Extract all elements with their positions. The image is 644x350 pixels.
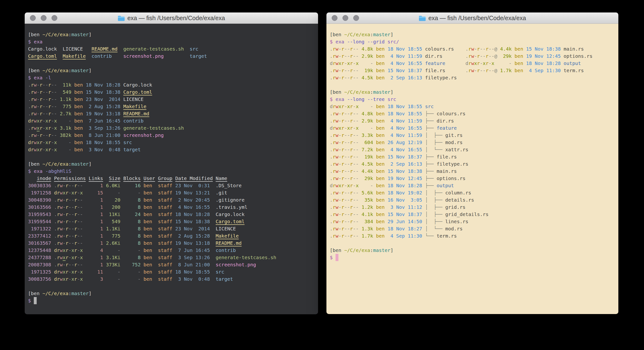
terminal-line (330, 240, 616, 247)
terminal-line: .rw-r--r-- 11k ben 18 Nov 18:28 Cargo.lo… (28, 81, 316, 88)
terminal-line: Cargo.toml Makefile contrib screenshot.p… (28, 52, 316, 60)
zoom-button[interactable] (353, 15, 359, 21)
terminal-line: 30048390 .rw-r--r-- 1 20 8 ben staff 2 N… (28, 196, 316, 204)
terminal-line: .rw-r--r-- 382k ben 8 Jun 21:00 screensh… (28, 132, 316, 139)
terminal-line: .rw-r--r-- 2.9k ben 4 Nov 11:59 ├── dir.… (330, 117, 616, 124)
folder-icon (118, 15, 125, 21)
terminal-cursor (34, 297, 37, 304)
terminal-line: [ben ~/C/e/exa:master] (330, 88, 616, 96)
folder-icon (419, 15, 426, 21)
terminal-content-light[interactable]: [ben ~/C/e/exa:master]$ exa --long --gri… (326, 24, 618, 314)
terminal-line: .rw-r--r-- 35k ben 16 Nov 3:05 │ ├── det… (330, 196, 616, 204)
terminal-line (330, 81, 616, 88)
terminal-line: 23377412 .rw-r--r-- 1 775 8 ben staff 2 … (28, 232, 316, 240)
terminal-content-dark[interactable]: [ben ~/C/e/exa:master]$ exaCargo.lock LI… (25, 24, 318, 314)
terminal-line: [ben ~/C/e/exa:master] (28, 290, 316, 297)
terminal-window-light: exa — fish /Users/ben/Code/exa/exa [ben … (326, 12, 618, 314)
terminal-line: 30163567 .rw-r--r-- 1 2.6Ki 8 ben staff … (28, 240, 316, 247)
terminal-line: 30030336 .rw-r--r-- 1 6.0Ki 16 ben staff… (28, 182, 316, 189)
terminal-line: .rw-r--r-- 4.1k ben 15 Nov 18:37 │ ├── g… (330, 211, 616, 218)
terminal-line: .rw-r--r-- 29k ben 19 Nov 12:45 ├── opti… (330, 175, 616, 182)
terminal-cursor (336, 254, 338, 261)
terminal-line: .rw-r--r-- 4.4k ben 15 Nov 18:38 ├── mai… (330, 168, 616, 175)
terminal-line: drwxr-xr-x - ben 4 Nov 16:55 feature drw… (330, 60, 616, 67)
terminal-line: .rw-r--r-- 604 ben 26 Aug 12:19 │ ├── mo… (330, 139, 616, 146)
terminal-line: 12375448 drwxr-xr-x 4 - - ben staff 7 Ju… (28, 247, 316, 254)
terminal-line: drwxr-xr-x - ben 3 Nov 0:48 target (28, 146, 316, 153)
zoom-button[interactable] (52, 15, 57, 21)
terminal-line: .rw-r--r-- 7.2k ben 4 Nov 16:55 │ └── xa… (330, 146, 616, 153)
window-title-area: exa — fish /Users/ben/Code/exa/exa (419, 14, 526, 22)
terminal-line: .rw-r--r-- 3.3k ben 4 Nov 11:59 │ ├── gi… (330, 132, 616, 139)
terminal-window-dark: exa — fish /Users/ben/Code/exa/exa [ben … (25, 12, 318, 314)
terminal-line: 1971258 drwxr-xr-x 15 - - ben staff 19 N… (28, 189, 316, 196)
terminal-line: $ exa --long --tree src (330, 96, 616, 103)
traffic-lights (30, 12, 57, 24)
titlebar-light[interactable]: exa — fish /Users/ben/Code/exa/exa (326, 12, 618, 24)
minimize-button[interactable] (41, 15, 46, 21)
terminal-line: 24377288 .rwxr-xr-x 1 3.1Ki 8 ben staff … (28, 254, 316, 261)
terminal-line: drwxr-xr-x - ben 18 Nov 18:55 src (330, 103, 616, 110)
terminal-line: .rw-r--r-- 549 ben 15 Nov 18:38 Cargo.to… (28, 88, 316, 96)
terminal-line: [ben ~/C/e/exa:master] (330, 247, 616, 254)
terminal-line: .rw-r--r-- 4.5k ben 2 Sep 16:13 ├── file… (330, 160, 616, 168)
terminal-line: [ben ~/C/e/exa:master] (28, 160, 316, 168)
terminal-line (28, 153, 316, 160)
terminal-line: drwxr-xr-x - ben 18 Nov 18:55 src (28, 139, 316, 146)
terminal-line: $ exa --long --grid src/ (330, 38, 616, 45)
titlebar-dark[interactable]: exa — fish /Users/ben/Code/exa/exa (25, 12, 318, 24)
terminal-line: drwxr-xr-x - ben 4 Nov 16:55 ├── feature (330, 124, 616, 132)
terminal-line: 30163566 .rw-r--r-- 1 200 8 ben staff 4 … (28, 204, 316, 211)
terminal-line: .rw-r--r-- 4.5k ben 2 Sep 16:13 filetype… (330, 74, 616, 81)
close-button[interactable] (332, 15, 338, 21)
traffic-lights (332, 12, 359, 24)
terminal-line (28, 60, 316, 67)
terminal-line: .rw-r--r-- 19k ben 15 Nov 18:37 file.rs … (330, 67, 616, 74)
terminal-line: $ (28, 297, 316, 304)
terminal-line: .rw-r--r-- 2.9k ben 4 Nov 11:59 dir.rs .… (330, 52, 616, 60)
terminal-line: $ exa (28, 38, 316, 45)
terminal-line: drwxr-xr-x - ben 7 Jun 16:45 contrib (28, 117, 316, 124)
terminal-line: .rw-r--r-- 4.8k ben 18 Nov 18:55 ├── col… (330, 110, 616, 117)
terminal-line: $ exa -l (28, 74, 316, 81)
terminal-line: .rw-r--r-- 4.8k ben 18 Nov 18:55 colours… (330, 45, 616, 52)
terminal-line: .rw-r--r-- 384 ben 29 Jun 14:50 │ ├── li… (330, 218, 616, 225)
terminal-line: 1971322 .rw-r--r-- 1 1.1Ki 8 ben staff 2… (28, 225, 316, 232)
terminal-line (28, 283, 316, 290)
terminal-line: $ exa -abghHliS (28, 168, 316, 175)
terminal-line: .rw-r--r-- 5.6k ben 18 Nov 19:02 │ ├── c… (330, 189, 616, 196)
window-title: exa — fish /Users/ben/Code/exa/exa (127, 14, 225, 22)
terminal-line: .rw-r--r-- 1.1k ben 23 Nov 2014 LICENCE (28, 96, 316, 103)
terminal-line: Cargo.lock LICENCE README.md generate-te… (28, 45, 316, 52)
window-title-area: exa — fish /Users/ben/Code/exa/exa (118, 14, 225, 22)
terminal-line: [ben ~/C/e/exa:master] (28, 67, 316, 74)
terminal-line: [ben ~/C/e/exa:master] (28, 31, 316, 38)
terminal-line: 31959543 .rw-r--r-- 1 11Ki 24 ben staff … (28, 211, 316, 218)
terminal-line: [ben ~/C/e/exa:master] (330, 31, 616, 38)
terminal-line: .rw-r--r-- 2.7k ben 19 Nov 13:18 README.… (28, 110, 316, 117)
close-button[interactable] (30, 15, 36, 21)
terminal-line: $ (330, 254, 616, 261)
terminal-line: inode Permissions Links Size Blocks User… (28, 175, 316, 182)
terminal-line: .rw-r--r-- 19k ben 15 Nov 18:37 ├── file… (330, 153, 616, 160)
terminal-line: 1971325 drwxr-xr-x 11 - - ben staff 18 N… (28, 268, 316, 276)
terminal-line: .rw-r--r-- 775 ben 2 Aug 15:28 Makefile (28, 103, 316, 110)
terminal-line: 31959544 .rw-r--r-- 1 549 8 ben staff 15… (28, 218, 316, 225)
terminal-line: 30083756 drwxr-xr-x 3 - - ben staff 3 No… (28, 276, 316, 283)
terminal-line: .rw-r--r-- 1.7k ben 4 Sep 11:30 └── term… (330, 232, 616, 240)
minimize-button[interactable] (342, 15, 348, 21)
terminal-line: 20087308 .rw-r--r-- 1 373Ki 752 ben staf… (28, 261, 316, 268)
terminal-line: drwxr-xr-x - ben 18 Nov 18:28 ├── output (330, 182, 616, 189)
terminal-line: .rw-r--r-- 1.2k ben 3 Nov 11:12 │ ├── gr… (330, 204, 616, 211)
terminal-line: .rwxr-xr-x 3.1k ben 3 Sep 13:26 generate… (28, 124, 316, 132)
terminal-line: .rw-r--r-- 1.3k ben 18 Nov 18:27 │ └── m… (330, 225, 616, 232)
window-title: exa — fish /Users/ben/Code/exa/exa (428, 14, 526, 22)
